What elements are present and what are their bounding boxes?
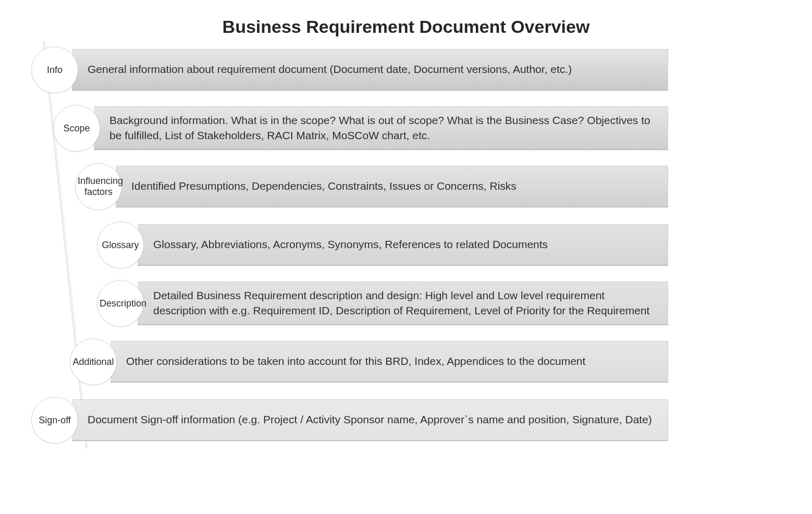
node-influencing-label: Influencing factors [78,176,119,197]
bar-influencing: Identified Presumptions, Dependencies, C… [116,166,668,207]
node-signoff: Sign-off [31,397,78,444]
node-influencing: Influencing factors [75,163,122,210]
bar-additional: Other considerations to be taken into ac… [110,341,668,383]
row-description: Description Detailed Business Requiremen… [97,280,730,327]
bar-influencing-text: Identified Presumptions, Dependencies, C… [131,179,516,193]
node-info: Info [31,46,78,93]
bar-scope: Background information. What is in the s… [94,106,668,150]
connector-line [43,41,89,449]
bar-info: General information about requirement do… [72,49,668,91]
diagram: Info General information about requireme… [31,46,730,444]
row-additional: Additional Other considerations to be ta… [70,338,730,385]
bar-signoff-text: Document Sign-off information (e.g. Proj… [88,412,652,427]
bar-glossary: Glossary, Abbreviations, Acronyms, Synon… [138,224,668,266]
row-scope: Scope Background information. What is in… [53,105,730,152]
row-glossary: Glossary Glossary, Abbreviations, Acrony… [97,222,730,268]
bar-description-text: Detailed Business Requirement descriptio… [153,288,655,318]
row-influencing: Influencing factors Identified Presumpti… [75,163,730,210]
bar-signoff: Document Sign-off information (e.g. Proj… [72,399,668,441]
node-additional: Additional [70,338,117,385]
bar-glossary-text: Glossary, Abbreviations, Acronyms, Synon… [153,237,548,252]
node-additional-label: Additional [72,357,114,368]
node-info-label: Info [34,65,76,76]
page: Business Requirement Document Overview I… [0,0,812,514]
row-signoff: Sign-off Document Sign-off information (… [31,397,730,444]
node-glossary-label: Glossary [100,240,141,251]
row-info: Info General information about requireme… [31,46,730,93]
bar-description: Detailed Business Requirement descriptio… [138,282,668,325]
node-scope-label: Scope [56,123,97,134]
node-description-label: Description [100,298,141,309]
node-glossary: Glossary [97,222,144,268]
bar-info-text: General information about requirement do… [88,62,572,77]
diagram-title: Business Requirement Document Overview [0,0,812,46]
bar-scope-text: Background information. What is in the s… [109,113,655,143]
node-signoff-label: Sign-off [34,415,76,426]
node-scope: Scope [53,105,100,152]
node-description: Description [97,280,144,327]
bar-additional-text: Other considerations to be taken into ac… [126,354,585,369]
